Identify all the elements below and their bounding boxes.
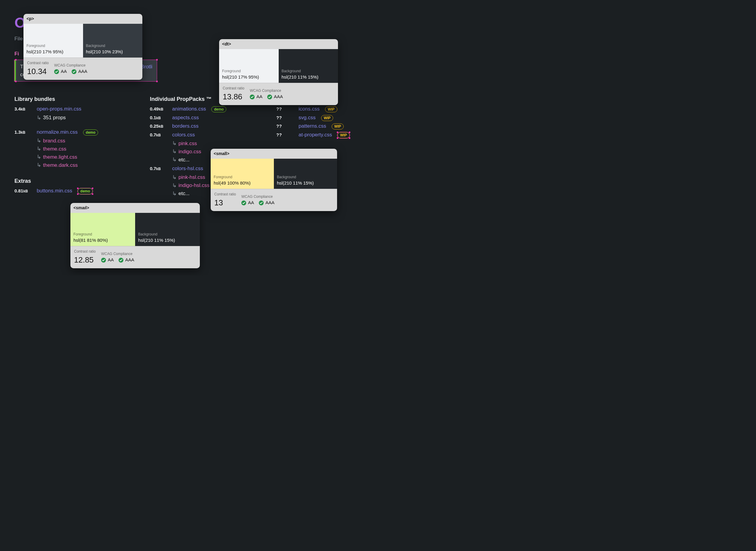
sub-file-link[interactable]: indigo.css <box>178 148 201 156</box>
ratio-label: Contrast ratio <box>214 191 236 197</box>
arrow-icon: ↳ <box>37 145 41 153</box>
foreground-swatch: Foreground hsl(210 17% 95%) <box>23 24 83 57</box>
wcag-aaa-check: AAA <box>259 199 274 206</box>
contrast-inspector[interactable]: <dt> Foreground hsl(210 17% 95%) Backgro… <box>219 39 338 105</box>
fg-label: Foreground <box>222 68 241 74</box>
demo-badge[interactable]: demo <box>78 188 93 194</box>
bg-label: Background <box>277 174 296 180</box>
sub-file-link[interactable]: theme.dark.css <box>43 161 78 169</box>
bg-value: hsl(210 11% 15%) <box>282 74 319 81</box>
file-link[interactable]: normalize.min.css <box>37 128 78 136</box>
file-row: 0.7kB colors.css <box>150 131 255 139</box>
arrow-icon: ↳ <box>172 173 177 181</box>
sub-file-link[interactable]: brand.css <box>43 137 65 145</box>
file-size: 0.7kB <box>150 165 168 172</box>
library-bundles-column: Library bundles 3.4kB open-props.min.css… <box>14 87 129 198</box>
wcag-aa-check: AA <box>250 93 262 100</box>
fg-label: Foreground <box>214 174 232 180</box>
fg-value: hsl(210 17% 95%) <box>222 74 259 81</box>
ratio-label: Contrast ratio <box>27 60 49 66</box>
contrast-inspector[interactable]: <p> Foreground hsl(210 17% 95%) Backgrou… <box>23 14 142 80</box>
ratio-value: 12.85 <box>74 254 96 266</box>
sub-item-text: 351 props <box>43 114 66 122</box>
wcag-label: WCAG Compliance <box>250 88 283 93</box>
file-link[interactable]: animations.css <box>172 105 206 113</box>
wip-badge[interactable]: WIP <box>321 115 333 121</box>
arrow-icon: ↳ <box>172 190 177 198</box>
file-link[interactable]: patterns.css <box>299 122 326 130</box>
background-swatch: Background hsl(210 11% 15%) <box>135 213 200 246</box>
file-link[interactable]: aspects.css <box>172 114 199 122</box>
file-link[interactable]: svg.css <box>299 114 316 122</box>
foreground-swatch: Foreground hsl(49 100% 80%) <box>211 159 274 189</box>
inspector-tag: <dt> <box>219 39 338 49</box>
wip-badge[interactable]: WIP <box>332 123 344 129</box>
file-row: 0.81kB buttons.min.css demo <box>14 187 129 195</box>
sub-file-link[interactable]: indigo-hsl.css <box>178 181 209 189</box>
fg-value: hsl(81 81% 80%) <box>73 237 108 244</box>
file-size: ?? <box>276 131 294 138</box>
bg-label: Background <box>282 68 301 74</box>
sub-file-link[interactable]: theme.css <box>43 145 66 153</box>
file-link[interactable]: borders.css <box>172 122 199 130</box>
ratio-value: 13 <box>214 197 236 209</box>
file-link[interactable]: buttons.min.css <box>37 187 72 195</box>
arrow-icon: ↳ <box>172 181 177 190</box>
file-row: 3.4kB open-props.min.css <box>14 105 129 113</box>
fg-value: hsl(49 100% 80%) <box>214 180 251 187</box>
file-row: 0.49kB animations.css demo <box>150 105 255 113</box>
wip-badge[interactable]: WIP <box>325 106 337 112</box>
sub-item: ↳brand.css <box>37 137 129 145</box>
wcag-aa-check: AA <box>101 256 114 263</box>
fg-label: Foreground <box>73 231 92 237</box>
file-row: ?? at-property.css WIP <box>276 131 367 139</box>
sub-file-link[interactable]: theme.light.css <box>43 153 77 161</box>
file-link[interactable]: colors.css <box>172 131 195 139</box>
library-bundles-heading: Library bundles <box>14 95 129 103</box>
arrow-icon: ↳ <box>37 114 41 122</box>
sub-item-text: etc... <box>178 190 190 197</box>
file-row: ?? icons.css WIP <box>276 105 367 113</box>
bg-value: hsl(210 11% 15%) <box>138 237 175 244</box>
foreground-swatch: Foreground hsl(210 17% 95%) <box>219 49 279 83</box>
file-link[interactable]: icons.css <box>299 105 320 113</box>
wcag-aaa-check: AAA <box>72 68 87 75</box>
bg-label: Background <box>86 43 105 48</box>
wcag-label: WCAG Compliance <box>101 251 134 256</box>
demo-badge[interactable]: demo <box>83 129 98 135</box>
brotli-link[interactable]: Brotli <box>141 64 153 70</box>
file-row: ?? patterns.css WIP <box>276 122 367 130</box>
background-swatch: Background hsl(210 11% 15%) <box>274 159 337 189</box>
sub-item-text: etc... <box>178 156 190 164</box>
fg-label: Foreground <box>26 43 45 48</box>
file-size: 0.81kB <box>14 187 33 194</box>
wcag-aaa-check: AAA <box>267 93 283 100</box>
fg-value: hsl(210 17% 95%) <box>26 48 64 55</box>
wip-badge[interactable]: WIP <box>337 132 350 138</box>
arrow-icon: ↳ <box>37 161 41 169</box>
file-row: 0.25kB borders.css <box>150 122 255 130</box>
bg-value: hsl(210 10% 23%) <box>86 48 123 55</box>
sub-item: ↳pink.css <box>172 139 255 147</box>
contrast-inspector[interactable]: <small> Foreground hsl(49 100% 80%) Back… <box>211 149 337 211</box>
file-link[interactable]: open-props.min.css <box>37 105 81 113</box>
ratio-value: 13.86 <box>223 91 244 103</box>
demo-badge[interactable]: demo <box>211 106 226 112</box>
arrow-icon: ↳ <box>37 153 41 161</box>
extras-heading: Extras <box>14 177 129 185</box>
arrow-icon: ↳ <box>172 156 177 164</box>
file-size: 1.3kB <box>14 129 33 136</box>
bg-label: Background <box>138 231 157 237</box>
file-link[interactable]: at-property.css <box>299 131 332 139</box>
sub-item: ↳theme.dark.css <box>37 161 129 169</box>
background-swatch: Background hsl(210 11% 15%) <box>279 49 338 83</box>
contrast-inspector[interactable]: <small> Foreground hsl(81 81% 80%) Backg… <box>70 203 200 268</box>
sub-file-link[interactable]: pink.css <box>178 140 197 147</box>
sub-item: ↳351 props <box>37 114 129 122</box>
foreground-swatch: Foreground hsl(81 81% 80%) <box>70 213 135 246</box>
file-size: 0.25kB <box>150 123 168 130</box>
inspector-tag: <p> <box>23 14 142 24</box>
sub-file-link[interactable]: pink-hsl.css <box>178 173 205 181</box>
background-swatch: Background hsl(210 10% 23%) <box>83 24 143 57</box>
file-link[interactable]: colors-hsl.css <box>172 165 203 172</box>
